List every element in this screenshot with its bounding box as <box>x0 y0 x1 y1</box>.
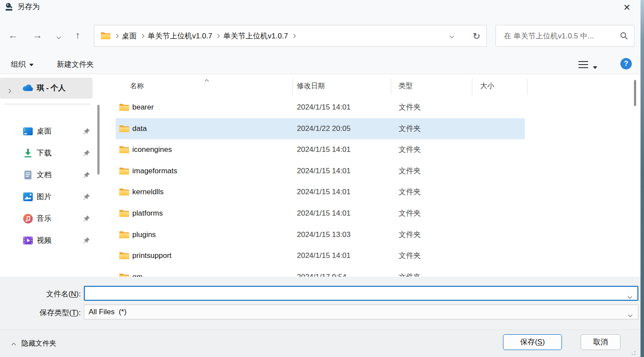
filename-combobox[interactable] <box>84 286 638 301</box>
recent-locations-chevron[interactable] <box>51 28 66 43</box>
main-area: 琪 - 个人 桌面 下载 文档 图片 音乐 <box>0 74 641 277</box>
search-box[interactable]: 在 单关节上位机v1.0.5 中... <box>496 25 634 47</box>
music-icon <box>23 213 33 224</box>
chevron-down-icon[interactable] <box>629 310 632 318</box>
chevron-right-icon <box>216 34 219 38</box>
chevron-down-icon[interactable] <box>628 292 631 300</box>
file-row-clipped[interactable]: qm 2024/1/17 9:54 文件夹 <box>116 267 525 277</box>
sidebar-item-downloads[interactable]: 下载 <box>0 142 93 164</box>
organize-menu-button[interactable]: 组织 <box>11 56 34 73</box>
filename-label: 文件名(N): <box>0 289 81 299</box>
organize-label: 组织 <box>11 60 26 69</box>
pin-icon <box>83 215 90 222</box>
filename-label-pre: 文件名( <box>46 290 71 298</box>
address-dropdown-chevron[interactable] <box>450 34 453 38</box>
file-type: 文件夹 <box>399 245 421 267</box>
pin-icon <box>83 172 90 178</box>
address-bar[interactable]: 桌面 单关节上位机v1.0.7 单关节上位机v1.0.7 ↻ <box>94 25 487 47</box>
filetype-label-pre: 保存类型( <box>40 309 72 317</box>
file-name: data <box>132 118 147 140</box>
filetype-label: 保存类型(T): <box>0 308 81 318</box>
file-row-iconengines[interactable]: iconengines 2024/1/15 14:01 文件夹 <box>116 139 525 161</box>
file-row-platforms[interactable]: platforms 2024/1/15 14:01 文件夹 <box>116 203 525 224</box>
sidebar-item-desktop[interactable]: 桌面 <box>0 120 93 142</box>
help-button[interactable]: ? <box>620 58 632 69</box>
file-date: 2024/1/15 14:01 <box>297 139 351 161</box>
cancel-button[interactable]: 取消 <box>581 334 620 350</box>
column-header-type[interactable]: 类型 <box>399 76 413 96</box>
filetype-label-post: ): <box>76 309 81 317</box>
file-name: platforms <box>132 203 163 224</box>
column-divider[interactable] <box>293 79 293 95</box>
onedrive-label: 琪 - 个人 <box>37 78 65 99</box>
file-name: plugins <box>132 224 156 246</box>
sidebar-item-label: 文档 <box>37 164 52 186</box>
sort-ascending-icon <box>205 77 208 85</box>
filename-input[interactable] <box>87 287 622 301</box>
new-folder-button[interactable]: 新建文件夹 <box>57 56 94 73</box>
back-button[interactable]: ← <box>5 28 21 43</box>
chevron-right-icon <box>292 34 295 38</box>
column-header-date-modified[interactable]: 修改日期 <box>297 76 325 96</box>
save-access-key: S <box>537 338 542 346</box>
sidebar-item-music[interactable]: 音乐 <box>0 208 93 230</box>
column-divider[interactable] <box>391 79 391 95</box>
file-name: kerneldlls <box>132 182 164 203</box>
breadcrumb-segment-folder2[interactable]: 单关节上位机v1.0.7 <box>223 31 288 41</box>
breadcrumb-segment-desktop[interactable]: 桌面 <box>122 31 137 41</box>
file-name: qm <box>132 267 143 277</box>
expand-chevron-icon[interactable] <box>7 86 10 94</box>
close-button[interactable]: ✕ <box>620 1 634 14</box>
sidebar-item-onedrive[interactable]: 琪 - 个人 <box>0 78 93 99</box>
filename-label-post: ): <box>76 290 81 298</box>
caret-down-icon <box>29 64 34 66</box>
column-divider[interactable] <box>472 79 472 95</box>
pin-icon <box>83 237 90 244</box>
column-divider[interactable] <box>527 79 527 95</box>
command-toolbar: 组织 新建文件夹 ? <box>0 56 641 74</box>
folder-icon <box>119 188 130 196</box>
search-placeholder: 在 单关节上位机v1.0.5 中... <box>504 31 620 41</box>
file-date: 2024/1/22 20:05 <box>297 118 351 140</box>
file-type-select[interactable]: All Files (*) <box>84 305 638 319</box>
folder-icon <box>119 145 130 154</box>
column-header-size[interactable]: 大小 <box>480 76 494 96</box>
breadcrumb-folder-icon <box>100 31 111 40</box>
desktop-icon <box>23 126 33 137</box>
file-row-imageformats[interactable]: imageformats 2024/1/15 14:01 文件夹 <box>116 161 525 182</box>
window-edge-strip <box>641 0 644 357</box>
save-button[interactable]: 保存(S) <box>503 334 562 350</box>
column-header-name[interactable]: 名称 <box>130 76 144 96</box>
file-type: 文件夹 <box>399 224 421 246</box>
refresh-icon[interactable]: ↻ <box>472 31 480 41</box>
forward-button[interactable]: → <box>30 28 45 43</box>
hide-folders-button[interactable]: 隐藏文件夹 <box>12 337 56 350</box>
view-mode-icon[interactable] <box>579 61 588 69</box>
file-name: imageformats <box>132 161 177 182</box>
file-row-printsupport[interactable]: printsupport 2024/1/15 14:01 文件夹 <box>116 245 525 267</box>
file-row-plugins[interactable]: plugins 2024/1/15 13:03 文件夹 <box>116 224 525 246</box>
up-button[interactable]: ↑ <box>70 28 86 43</box>
resize-grip[interactable] <box>630 350 635 355</box>
file-row-bearer[interactable]: bearer 2024/1/15 14:01 文件夹 <box>116 97 525 118</box>
sidebar-item-label: 下载 <box>37 142 52 164</box>
breadcrumb-segment-folder1[interactable]: 单关节上位机v1.0.7 <box>148 31 212 41</box>
sidebar-scrollbar[interactable] <box>97 105 100 175</box>
new-folder-label: 新建文件夹 <box>57 60 94 69</box>
file-date: 2024/1/15 14:01 <box>297 97 351 118</box>
file-type: 文件夹 <box>399 97 421 118</box>
filename-access-key: N <box>71 290 76 298</box>
sidebar-item-label: 图片 <box>37 186 52 208</box>
file-row-kerneldlls[interactable]: kerneldlls 2024/1/15 14:01 文件夹 <box>116 182 525 203</box>
sidebar-item-videos[interactable]: 视频 <box>0 230 93 251</box>
file-type-selected-value: All Files (*) <box>89 305 127 319</box>
file-type: 文件夹 <box>399 267 421 277</box>
view-mode-chevron[interactable] <box>593 63 597 71</box>
file-row-data-selected[interactable]: data 2024/1/22 20:05 文件夹 <box>116 118 525 140</box>
sidebar-item-documents[interactable]: 文档 <box>0 164 93 186</box>
search-icon[interactable] <box>620 32 628 40</box>
file-name: iconengines <box>132 139 172 161</box>
onedrive-cloud-icon <box>22 84 33 92</box>
sidebar-item-pictures[interactable]: 图片 <box>0 186 93 208</box>
filelist-scrollbar[interactable] <box>634 80 636 106</box>
